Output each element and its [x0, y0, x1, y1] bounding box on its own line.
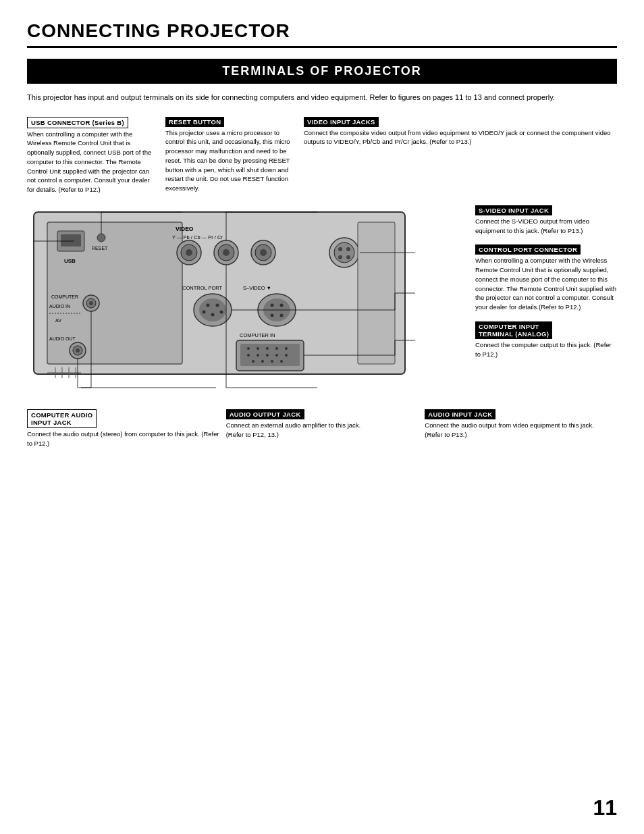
- svg-text:COMPUTER IN: COMPUTER IN: [240, 332, 275, 338]
- svg-text:AV: AV: [55, 318, 61, 323]
- svg-text:RESET: RESET: [92, 246, 108, 251]
- audio-output-tag: AUDIO OUTPUT JACK: [226, 409, 304, 419]
- bottom-labels-section: COMPUTER AUDIO INPUT JACK Connect the au…: [27, 409, 617, 448]
- svg-point-27: [207, 303, 210, 307]
- svg-point-45: [275, 347, 278, 350]
- audio-output-desc: Connect an external audio amplifier to t…: [226, 421, 419, 440]
- svg-point-44: [266, 347, 269, 350]
- svg-rect-3: [61, 234, 81, 246]
- svg-point-37: [271, 313, 274, 317]
- video-input-cell: VIDEO INPUT JACKS Connect the composite …: [304, 117, 617, 194]
- usb-connector-desc: When controlling a computer with the Wir…: [27, 130, 159, 194]
- projector-svg: USB RESET VIDEO Y — Pb / Cb — Pr / Cr: [27, 199, 419, 401]
- page-number: 11: [593, 796, 617, 820]
- svideo-tag: S-VIDEO INPUT JACK: [475, 205, 552, 215]
- svg-point-21: [346, 247, 350, 251]
- svg-point-47: [247, 354, 250, 357]
- computer-input-callout: COMPUTER INPUT TERMINAL (ANALOG) Connect…: [475, 321, 617, 359]
- svg-point-62: [89, 301, 93, 305]
- svg-rect-72: [358, 222, 395, 364]
- section-header: TERMINALS OF PROJECTOR: [27, 59, 617, 84]
- control-port-desc: When controlling a computer with the Wir…: [475, 256, 617, 312]
- top-labels-section: USB CONNECTOR (Series B) When controllin…: [27, 117, 617, 194]
- svg-point-17: [260, 249, 267, 256]
- svideo-desc: Connect the S-VIDEO output from video eq…: [475, 217, 617, 236]
- audio-input-cell: AUDIO INPUT JACK Connect the audio outpu…: [425, 409, 617, 448]
- svg-point-35: [271, 303, 274, 307]
- svg-text:VIDEO: VIDEO: [176, 226, 194, 232]
- svg-point-48: [257, 354, 259, 357]
- svideo-callout: S-VIDEO INPUT JACK Connect the S-VIDEO o…: [475, 205, 617, 236]
- reset-button-cell: RESET BUTTON This projector uses a micro…: [165, 117, 297, 194]
- svg-point-23: [346, 255, 350, 259]
- audio-output-cell: AUDIO OUTPUT JACK Connect an external au…: [226, 409, 419, 448]
- svg-text:COMPUTER: COMPUTER: [51, 294, 78, 299]
- usb-connector-tag: USB CONNECTOR (Series B): [27, 117, 128, 128]
- diagram-left: USB RESET VIDEO Y — Pb / Cb — Pr / Cr: [27, 199, 468, 402]
- computer-input-desc: Connect the computer output to this jack…: [475, 340, 617, 359]
- computer-input-tag: COMPUTER INPUT TERMINAL (ANALOG): [475, 321, 552, 339]
- computer-audio-tag: COMPUTER AUDIO INPUT JACK: [27, 409, 97, 428]
- svg-point-38: [280, 313, 284, 317]
- usb-connector-cell: USB CONNECTOR (Series B) When controllin…: [27, 117, 159, 194]
- svg-point-36: [280, 303, 284, 307]
- svg-point-46: [285, 347, 288, 350]
- intro-text: This projector has input and output term…: [27, 92, 617, 103]
- svg-point-20: [338, 247, 342, 251]
- svg-text:CONTROL PORT: CONTROL PORT: [182, 285, 223, 291]
- audio-input-tag: AUDIO INPUT JACK: [425, 409, 495, 419]
- svg-point-31: [220, 310, 223, 313]
- svg-point-55: [280, 360, 283, 363]
- svg-point-29: [203, 310, 206, 313]
- reset-button-desc: This projector uses a micro processor to…: [165, 128, 297, 193]
- svg-point-22: [338, 255, 342, 259]
- diagram-area: USB RESET VIDEO Y — Pb / Cb — Pr / Cr: [27, 199, 617, 402]
- svg-point-42: [247, 347, 250, 350]
- svg-point-19: [334, 242, 354, 263]
- audio-input-desc: Connect the audio output from video equi…: [425, 421, 617, 440]
- svg-point-52: [252, 360, 254, 363]
- computer-audio-cell: COMPUTER AUDIO INPUT JACK Connect the au…: [27, 409, 219, 448]
- svg-point-50: [275, 354, 278, 357]
- svg-point-5: [97, 234, 105, 242]
- svg-point-43: [257, 347, 259, 350]
- svg-point-30: [211, 313, 215, 316]
- page-title: CONNECTING PROJECTOR: [27, 20, 617, 48]
- svg-point-51: [285, 354, 288, 357]
- svg-text:USB: USB: [64, 258, 76, 264]
- reset-button-tag: RESET BUTTON: [165, 117, 224, 127]
- computer-audio-desc: Connect the audio output (stereo) from c…: [27, 429, 219, 448]
- svg-point-54: [271, 360, 273, 363]
- svg-point-28: [216, 303, 219, 307]
- video-input-desc: Connect the composite video output from …: [304, 128, 617, 147]
- svg-point-66: [76, 348, 80, 353]
- svg-text:AUDIO OUT: AUDIO OUT: [49, 336, 76, 341]
- svg-point-53: [261, 360, 264, 363]
- control-port-callout: CONTROL PORT CONNECTOR When controlling …: [475, 244, 617, 312]
- svg-text:AUDIO IN: AUDIO IN: [49, 304, 70, 309]
- svg-text:Y —  Pb / Cb  — Pr / Cr: Y — Pb / Cb — Pr / Cr: [172, 234, 223, 240]
- svg-point-11: [186, 249, 192, 256]
- right-callout-area: S-VIDEO INPUT JACK Connect the S-VIDEO o…: [475, 199, 617, 402]
- control-port-tag: CONTROL PORT CONNECTOR: [475, 244, 581, 255]
- video-input-tag: VIDEO INPUT JACKS: [304, 117, 379, 127]
- svg-text:S–VIDEO ▼: S–VIDEO ▼: [243, 285, 271, 291]
- svg-point-26: [199, 298, 226, 321]
- svg-point-49: [266, 354, 269, 357]
- svg-point-14: [223, 249, 230, 256]
